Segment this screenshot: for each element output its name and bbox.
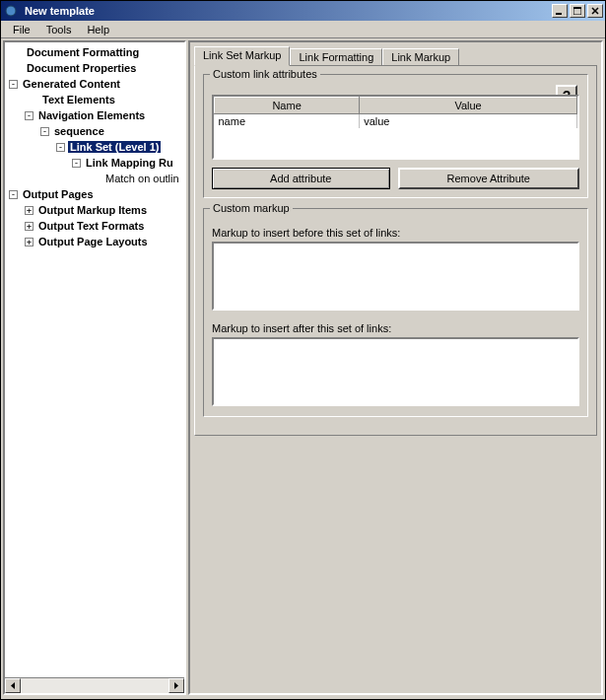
tab-link-formatting[interactable]: Link Formatting <box>290 48 382 65</box>
tree-item-output-markup-items[interactable]: +Output Markup Items <box>7 202 182 218</box>
svg-point-0 <box>6 6 16 16</box>
menu-file[interactable]: File <box>5 22 38 37</box>
tree-item-output-text-formats[interactable]: +Output Text Formats <box>7 218 182 234</box>
before-markup-label: Markup to insert before this set of link… <box>212 227 579 239</box>
tree-item-output-pages[interactable]: -Output Pages <box>7 186 182 202</box>
tab-bar: Link Set Markup Link Formatting Link Mar… <box>194 46 597 66</box>
tree-view[interactable]: Document Formatting Document Properties … <box>5 42 184 677</box>
tree-panel: Document Formatting Document Properties … <box>3 40 186 695</box>
tree-toggle-icon[interactable]: - <box>40 127 49 136</box>
tree-toggle-icon[interactable]: + <box>25 238 34 246</box>
table-row[interactable]: name value <box>215 114 577 129</box>
after-markup-textarea[interactable] <box>212 337 579 406</box>
tree-item-output-page-layouts[interactable]: +Output Page Layouts <box>7 234 182 249</box>
tree-item-match-outline[interactable]: Match on outlin <box>7 171 182 186</box>
menu-help[interactable]: Help <box>79 22 117 37</box>
column-header-name[interactable]: Name <box>215 98 360 114</box>
close-button[interactable] <box>587 4 603 18</box>
add-attribute-button[interactable]: Add attribute <box>212 168 390 189</box>
column-header-value[interactable]: Value <box>360 98 577 114</box>
scroll-track[interactable] <box>21 678 168 693</box>
tree-toggle-icon[interactable]: - <box>72 159 81 168</box>
svg-rect-3 <box>573 7 581 9</box>
tree-toggle-icon[interactable]: - <box>56 143 65 152</box>
tree-item-sequence[interactable]: -sequence <box>7 123 182 139</box>
svg-rect-1 <box>556 13 562 15</box>
properties-panel: Link Set Markup Link Formatting Link Mar… <box>188 40 603 695</box>
group-title: Custom markup <box>210 202 293 214</box>
tree-toggle-icon[interactable]: - <box>9 80 18 89</box>
maximize-button[interactable] <box>570 4 585 18</box>
tree-toggle-icon[interactable]: - <box>9 190 18 199</box>
custom-link-attributes-group: Custom link attributes ? Name Value <box>203 74 588 198</box>
tab-content: Custom link attributes ? Name Value <box>194 66 597 436</box>
tree-toggle-icon[interactable]: + <box>25 222 34 231</box>
minimize-button[interactable] <box>552 4 568 18</box>
menu-tools[interactable]: Tools <box>38 22 80 37</box>
app-icon <box>3 3 19 19</box>
horizontal-scrollbar[interactable] <box>5 677 184 693</box>
svg-rect-2 <box>573 7 581 15</box>
tree-item-link-mapping[interactable]: -Link Mapping Ru <box>7 155 182 171</box>
tree-toggle-icon[interactable]: + <box>25 206 34 215</box>
after-markup-label: Markup to insert after this set of links… <box>212 322 579 334</box>
remove-attribute-button[interactable]: Remove Attribute <box>398 168 580 189</box>
tree-item-doc-formatting[interactable]: Document Formatting <box>7 44 182 60</box>
custom-markup-group: Custom markup Markup to insert before th… <box>203 208 588 417</box>
menubar: File Tools Help <box>1 21 605 38</box>
scroll-right-button[interactable] <box>168 678 184 693</box>
attributes-table[interactable]: Name Value name value <box>212 95 579 160</box>
tree-item-generated-content[interactable]: -Generated Content <box>7 76 182 92</box>
before-markup-textarea[interactable] <box>212 242 579 311</box>
window-controls <box>550 4 603 18</box>
titlebar: New template <box>1 1 605 21</box>
tree-item-doc-properties[interactable]: Document Properties <box>7 60 182 76</box>
table-header-row: Name Value <box>215 98 577 114</box>
tree-item-link-set[interactable]: -Link Set (Level 1) <box>7 139 182 155</box>
window-title: New template <box>23 5 550 17</box>
tab-link-markup[interactable]: Link Markup <box>382 48 459 65</box>
cell-name[interactable]: name <box>215 114 360 129</box>
tree-item-text-elements[interactable]: Text Elements <box>7 92 182 107</box>
tree-toggle-icon[interactable]: - <box>25 111 34 120</box>
cell-value[interactable]: value <box>360 114 577 129</box>
group-title: Custom link attributes <box>210 68 320 80</box>
tab-link-set-markup[interactable]: Link Set Markup <box>194 46 290 66</box>
tree-item-navigation-elements[interactable]: -Navigation Elements <box>7 107 182 123</box>
scroll-left-button[interactable] <box>5 678 21 693</box>
